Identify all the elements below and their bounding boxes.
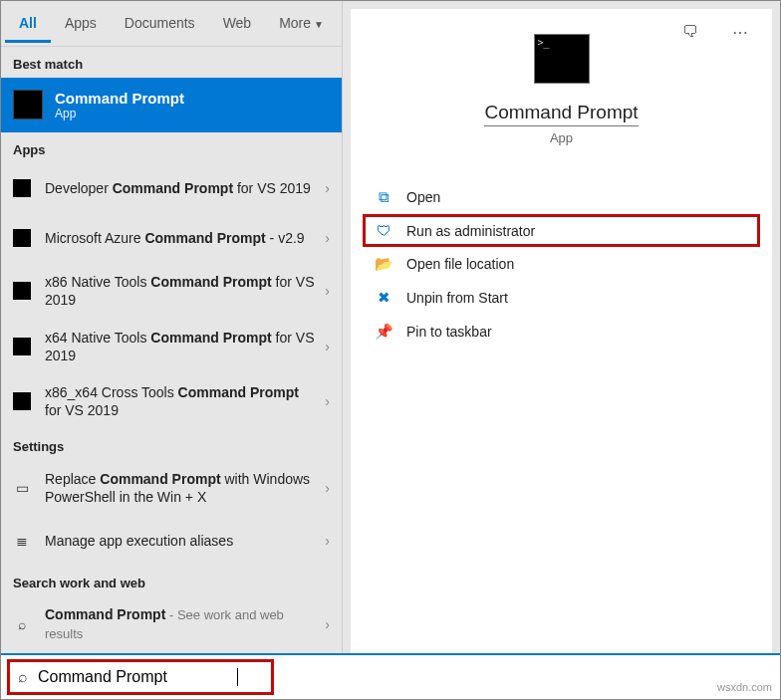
search-box[interactable]: ⌕ bbox=[7, 659, 274, 695]
chevron-right-icon[interactable]: › bbox=[315, 339, 330, 354]
magnifier-icon: ⌕ bbox=[18, 668, 28, 686]
tab-all[interactable]: All bbox=[5, 3, 51, 43]
list-item[interactable]: ⌕ Command Prompt - See work and web resu… bbox=[1, 596, 342, 653]
action-open[interactable]: ⧉ Open bbox=[363, 180, 760, 214]
action-pin-to-taskbar[interactable]: 📌 Pin to taskbar bbox=[363, 315, 760, 349]
cmd-icon bbox=[13, 90, 43, 119]
list-item[interactable]: ▭ Replace Command Prompt with Windows Po… bbox=[1, 460, 342, 515]
chevron-right-icon[interactable]: › bbox=[315, 480, 330, 496]
text-cursor bbox=[237, 668, 238, 686]
chevron-right-icon[interactable]: › bbox=[315, 283, 330, 299]
feedback-icon[interactable]: 🗨 bbox=[668, 13, 712, 52]
web-results: ⌕ Command Prompt - See work and web resu… bbox=[1, 596, 342, 653]
chevron-right-icon[interactable]: › bbox=[315, 393, 330, 409]
pin-icon: 📌 bbox=[373, 323, 394, 341]
chevron-right-icon[interactable]: › bbox=[315, 230, 330, 246]
list-item[interactable]: Developer Command Prompt for VS 2019 › bbox=[1, 163, 342, 213]
actions-list: ⧉ Open 🛡 Run as administrator 📂 Open fil… bbox=[351, 180, 772, 349]
folder-icon: 📂 bbox=[373, 255, 394, 273]
list-item[interactable]: x64 Native Tools Command Prompt for VS 2… bbox=[1, 319, 342, 374]
unpin-icon: ✖ bbox=[373, 289, 394, 307]
preview-app-icon bbox=[534, 34, 590, 84]
cmd-icon bbox=[13, 229, 31, 247]
settings-icon: ▭ bbox=[13, 479, 31, 497]
cmd-icon bbox=[13, 282, 31, 300]
search-icon: ⌕ bbox=[13, 615, 31, 633]
settings-results: ▭ Replace Command Prompt with Windows Po… bbox=[1, 460, 342, 565]
chevron-down-icon: ▼ bbox=[314, 19, 324, 30]
list-item[interactable]: Microsoft Azure Command Prompt - v2.9 › bbox=[1, 213, 342, 263]
section-search-web: Search work and web bbox=[1, 566, 342, 596]
tab-more[interactable]: More▼ bbox=[265, 3, 338, 43]
search-row: ⌕ bbox=[1, 655, 780, 699]
action-open-file-location[interactable]: 📂 Open file location bbox=[363, 247, 760, 281]
search-input[interactable] bbox=[38, 668, 237, 686]
list-item[interactable]: ≣ Manage app execution aliases › bbox=[1, 516, 342, 566]
chevron-right-icon[interactable]: › bbox=[315, 533, 330, 549]
chevron-right-icon[interactable]: › bbox=[315, 180, 330, 196]
best-match-subtitle: App bbox=[55, 107, 184, 120]
section-apps: Apps bbox=[1, 132, 342, 163]
section-best-match: Best match bbox=[1, 47, 342, 78]
preview-title: Command Prompt bbox=[484, 102, 638, 126]
cmd-icon bbox=[13, 179, 31, 197]
open-icon: ⧉ bbox=[373, 188, 394, 206]
settings-icon: ≣ bbox=[13, 532, 31, 550]
more-icon[interactable]: ⋯ bbox=[718, 13, 762, 52]
list-item[interactable]: x86_x64 Cross Tools Command Prompt for V… bbox=[1, 374, 342, 430]
list-item[interactable]: x86 Native Tools Command Prompt for VS 2… bbox=[1, 263, 342, 319]
apps-results: Developer Command Prompt for VS 2019 › M… bbox=[1, 163, 342, 429]
action-unpin-from-start[interactable]: ✖ Unpin from Start bbox=[363, 281, 760, 315]
preview-subtitle: App bbox=[550, 130, 573, 145]
tab-documents[interactable]: Documents bbox=[111, 3, 209, 43]
tab-web[interactable]: Web bbox=[209, 3, 266, 43]
admin-icon: 🛡 bbox=[373, 222, 394, 239]
filter-tabs: All Apps Documents Web More▼ bbox=[1, 1, 342, 47]
watermark: wsxdn.com bbox=[717, 681, 772, 693]
tab-apps[interactable]: Apps bbox=[51, 3, 111, 43]
cmd-icon bbox=[13, 338, 31, 355]
chevron-right-icon[interactable]: › bbox=[315, 616, 330, 632]
action-run-as-admin[interactable]: 🛡 Run as administrator bbox=[363, 214, 760, 247]
section-settings: Settings bbox=[1, 429, 342, 460]
cmd-icon bbox=[13, 392, 31, 410]
best-match-title: Command Prompt bbox=[55, 90, 184, 107]
best-match-item[interactable]: Command Prompt App bbox=[1, 78, 342, 133]
